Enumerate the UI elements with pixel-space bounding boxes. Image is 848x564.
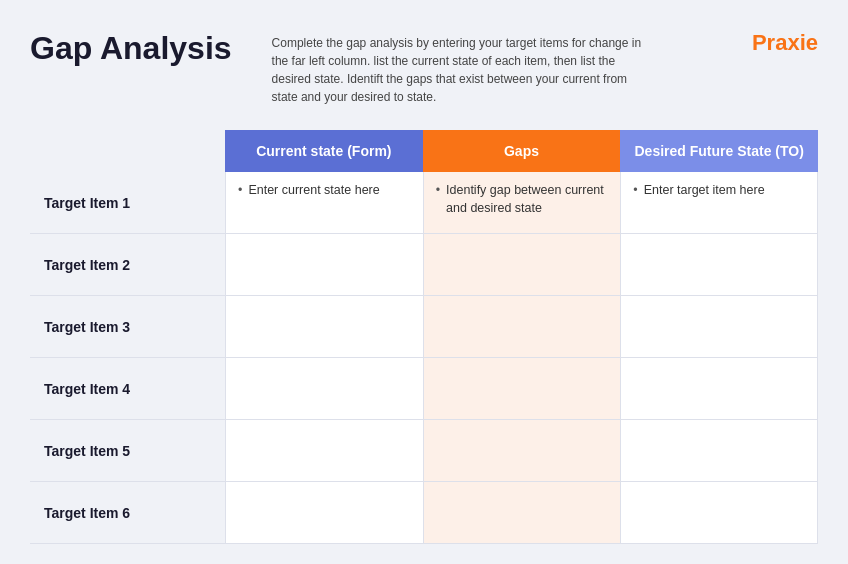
row-current-3 [225, 296, 423, 358]
row-gaps-4 [423, 358, 621, 420]
bullet-icon: • [238, 183, 242, 197]
page-description: Complete the gap analysis by entering yo… [272, 30, 652, 106]
row-desired-3 [620, 296, 818, 358]
row-label-2: Target Item 2 [30, 234, 225, 296]
row-label-5: Target Item 5 [30, 420, 225, 482]
row-label-6: Target Item 6 [30, 482, 225, 544]
page-title: Gap Analysis [30, 30, 232, 67]
col-header-current: Current state (Form) [225, 130, 423, 172]
row-current-6 [225, 482, 423, 544]
col-header-empty [30, 130, 225, 172]
title-section: Gap Analysis Complete the gap analysis b… [30, 30, 732, 106]
row-label-1: Target Item 1 [30, 172, 225, 234]
row-gaps-3 [423, 296, 621, 358]
row-desired-1: • Enter target item here [620, 172, 818, 234]
gaps-text-1: Identify gap between current and desired… [446, 182, 608, 217]
table-grid: Current state (Form) Gaps Desired Future… [30, 130, 818, 544]
row-desired-5 [620, 420, 818, 482]
row-desired-4 [620, 358, 818, 420]
desired-text-1: Enter target item here [644, 182, 765, 200]
col-header-gaps: Gaps [423, 130, 621, 172]
row-desired-2 [620, 234, 818, 296]
row-current-2 [225, 234, 423, 296]
page-header: Gap Analysis Complete the gap analysis b… [30, 30, 818, 106]
row-label-3: Target Item 3 [30, 296, 225, 358]
row-current-1: • Enter current state here [225, 172, 423, 234]
logo: Praxie [752, 30, 818, 56]
row-current-4 [225, 358, 423, 420]
row-gaps-2 [423, 234, 621, 296]
col-header-desired: Desired Future State (TO) [620, 130, 818, 172]
bullet-icon: • [633, 183, 637, 197]
bullet-icon: • [436, 183, 440, 197]
row-gaps-5 [423, 420, 621, 482]
gap-analysis-table: Current state (Form) Gaps Desired Future… [30, 130, 818, 544]
row-gaps-1: • Identify gap between current and desir… [423, 172, 621, 234]
row-current-5 [225, 420, 423, 482]
row-desired-6 [620, 482, 818, 544]
row-label-4: Target Item 4 [30, 358, 225, 420]
row-gaps-6 [423, 482, 621, 544]
logo-text: Praxie [752, 30, 818, 55]
current-text-1: Enter current state here [248, 182, 379, 200]
